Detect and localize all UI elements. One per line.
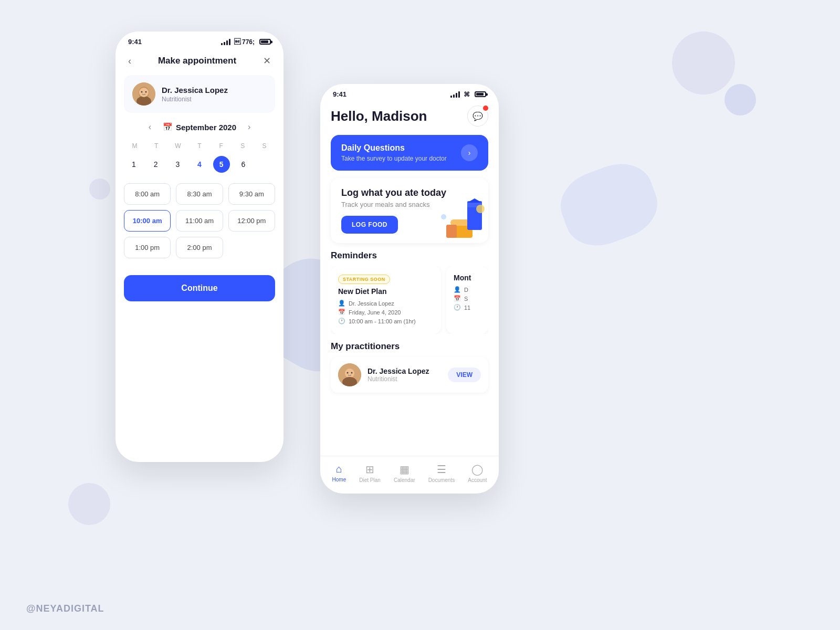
diet-plan-nav-icon: ⊞ — [365, 463, 374, 476]
daily-questions-arrow: › — [461, 144, 478, 161]
signal-bar-3 — [226, 40, 228, 45]
appointment-header: ‹ Make appointment ✕ — [116, 49, 284, 75]
nav-diet-plan[interactable]: ⊞ Diet Plan — [354, 460, 386, 486]
time-slots-grid: 8:00 am 8:30 am 9:30 am 10:00 am 11:00 a… — [116, 183, 284, 258]
practitioner-avatar — [338, 363, 361, 386]
clock-icon-2: 🕐 — [454, 304, 461, 311]
bottom-navigation: ⌂ Home ⊞ Diet Plan ▦ Calendar ☰ Document… — [320, 456, 499, 494]
documents-nav-label: Documents — [428, 477, 455, 483]
food-svg — [436, 193, 488, 243]
reminders-row: STARTING SOON New Diet Plan 👤 Dr. Jessic… — [331, 266, 488, 334]
time-slot-800am[interactable]: 8:00 am — [124, 183, 171, 205]
nav-calendar[interactable]: ▦ Calendar — [388, 460, 421, 486]
nav-home[interactable]: ⌂ Home — [327, 460, 352, 486]
doctor-avatar — [132, 82, 155, 106]
food-log-card: Log what you ate today Track your meals … — [331, 178, 488, 243]
calendar-prev-button[interactable]: ‹ — [145, 121, 154, 133]
cal-day-6[interactable]: 6 — [235, 156, 251, 173]
doctor-specialty: Nutritionist — [162, 96, 228, 103]
chat-notification-badge — [482, 104, 489, 112]
view-practitioner-button[interactable]: VIEW — [448, 368, 481, 382]
calendar-next-button[interactable]: › — [245, 121, 254, 133]
time-slot-1100am[interactable]: 11:00 am — [176, 210, 223, 232]
battery-fill-2 — [476, 93, 484, 96]
time-slot-1200pm[interactable]: 12:00 pm — [228, 210, 275, 232]
doctor-info: Dr. Jessica Lopez Nutritionist — [162, 86, 228, 103]
cal-day-3[interactable]: 3 — [169, 156, 186, 173]
reminder-time: 10:00 am - 11:00 am (1hr) — [349, 318, 416, 324]
practitioner-name: Dr. Jessica Lopez — [368, 367, 442, 375]
reminder-card-2-title: Mont — [454, 274, 481, 282]
reminder-detail-date: 📅 Friday, June 4, 2020 — [338, 309, 434, 316]
chat-icon: 💬 — [472, 111, 483, 121]
reminder-card-2-date: S — [464, 296, 468, 302]
daily-questions-card[interactable]: Daily Questions Take the survey to updat… — [331, 135, 488, 171]
nav-documents[interactable]: ☰ Documents — [423, 460, 460, 486]
continue-button[interactable]: Continue — [124, 275, 275, 301]
day-label-t2: T — [188, 140, 210, 152]
calendar-icon: 📅 — [163, 122, 173, 132]
cal-day-5[interactable]: 5 — [213, 156, 230, 173]
time-slot-200pm[interactable]: 2:00 pm — [176, 237, 223, 258]
svg-point-13 — [441, 214, 446, 219]
daily-questions-subtitle: Take the survey to update your doctor — [341, 155, 447, 162]
reminder-card-2-time: 11 — [464, 304, 470, 311]
chat-button[interactable]: 💬 — [467, 106, 488, 127]
calendar-nav: ‹ 📅 September 2020 › — [124, 121, 275, 133]
reminder-card-2-doctor: D — [464, 287, 468, 293]
practitioner-row: Dr. Jessica Lopez Nutritionist VIEW — [331, 357, 488, 393]
reminder-date: Friday, June 4, 2020 — [349, 309, 401, 316]
clock-icon: 🕐 — [338, 318, 345, 324]
reminder-card-2-detail-3: 🕐 11 — [454, 304, 481, 311]
calendar-section: ‹ 📅 September 2020 › M T W T F S S 1 2 3… — [116, 121, 284, 173]
nav-account[interactable]: ◯ Account — [463, 460, 492, 486]
status-icons-1:  776; — [221, 38, 271, 46]
calendar-nav-label: Calendar — [394, 477, 415, 483]
daily-questions-content: Daily Questions Take the survey to updat… — [341, 143, 447, 162]
doctor-card: Dr. Jessica Lopez Nutritionist — [124, 75, 275, 113]
calendar-days-header: M T W T F S S — [124, 140, 275, 152]
practitioners-title: My practitioners — [331, 341, 488, 352]
signal-bars-1 — [221, 39, 230, 45]
time-slot-930am[interactable]: 9:30 am — [228, 183, 275, 205]
watermark-text: @NEYADIGITAL — [26, 603, 104, 614]
greeting-row: Hello, Madison 💬 — [331, 106, 488, 127]
svg-point-12 — [476, 205, 485, 213]
reminder-card-1: STARTING SOON New Diet Plan 👤 Dr. Jessic… — [331, 266, 441, 334]
practitioner-avatar-svg — [338, 363, 361, 386]
reminder-detail-doctor: 👤 Dr. Jessica Lopez — [338, 300, 434, 307]
practitioners-section: My practitioners Dr. Jessica Lopez Nutri… — [331, 341, 488, 393]
home-nav-label: Home — [332, 477, 346, 482]
status-time-2: 9:41 — [333, 90, 346, 98]
back-button[interactable]: ‹ — [126, 54, 133, 69]
time-slot-830am[interactable]: 8:30 am — [176, 183, 223, 205]
calendar-month: 📅 September 2020 — [163, 122, 236, 132]
account-nav-icon: ◯ — [471, 463, 483, 476]
daily-questions-title: Daily Questions — [341, 143, 447, 153]
signal-bar-2-1 — [450, 96, 452, 98]
cal-day-4[interactable]: 4 — [191, 156, 208, 173]
practitioner-specialty: Nutritionist — [368, 375, 442, 383]
cal-day-2[interactable]: 2 — [148, 156, 164, 173]
home-nav-icon: ⌂ — [336, 463, 342, 475]
signal-bar-2 — [224, 42, 225, 45]
food-illustration — [436, 193, 488, 243]
time-slot-100pm[interactable]: 1:00 pm — [124, 237, 171, 258]
time-slot-1000am[interactable]: 10:00 am — [124, 210, 171, 232]
signal-bar-1 — [221, 43, 223, 45]
svg-point-15 — [345, 369, 354, 378]
cal-day-1[interactable]: 1 — [125, 156, 142, 173]
day-label-f: F — [211, 140, 232, 152]
reminder-card-2-detail-2: 📅 S — [454, 295, 481, 302]
reminder-detail-time: 🕐 10:00 am - 11:00 am (1hr) — [338, 318, 434, 324]
close-button[interactable]: ✕ — [261, 53, 273, 69]
calendar-icon-2: 📅 — [454, 295, 461, 302]
day-label-w: W — [167, 140, 188, 152]
person-icon: 👤 — [338, 300, 345, 307]
status-bar-2: 9:41 ⌘ — [320, 84, 499, 101]
reminder-card-2-detail-1: 👤 D — [454, 286, 481, 293]
signal-bars-2 — [450, 91, 460, 98]
log-food-button[interactable]: LOG FOOD — [341, 216, 398, 234]
svg-point-17 — [351, 372, 353, 374]
svg-point-4 — [141, 91, 143, 93]
